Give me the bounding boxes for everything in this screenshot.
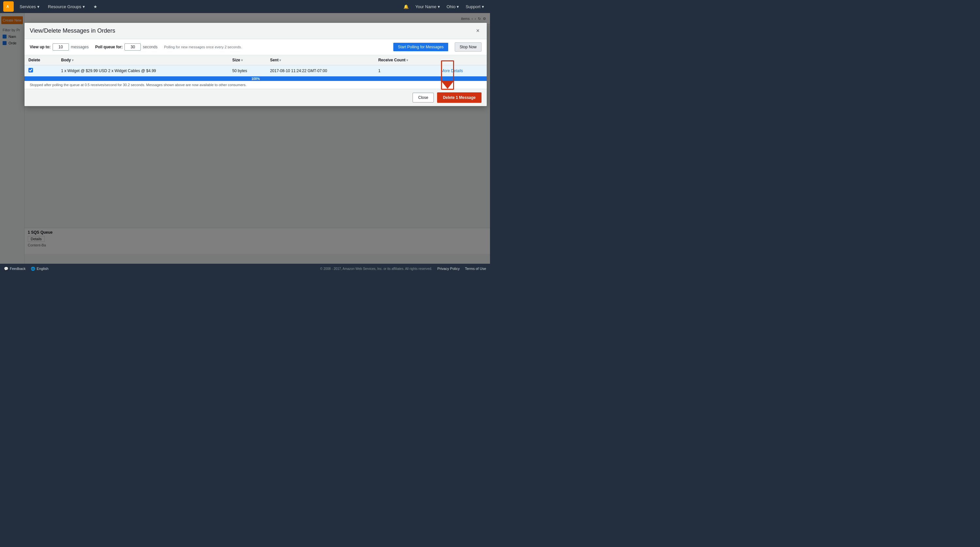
support-chevron-icon: ▾ <box>482 4 484 9</box>
top-nav: A Services ▾ Resource Groups ▾ ★ 🔔 Your … <box>0 0 490 13</box>
poll-queue-label: Poll queue for: <box>95 45 123 49</box>
col-receive-count[interactable]: Receive Count <box>374 55 437 65</box>
support-menu[interactable]: Support ▾ <box>463 3 487 10</box>
messages-table-container: Delete Body Size Sent Receive Count 1 x … <box>24 55 487 76</box>
favorites-nav[interactable]: ★ <box>91 3 100 10</box>
resource-groups-nav[interactable]: Resource Groups ▾ <box>45 3 88 10</box>
col-body[interactable]: Body <box>57 55 228 65</box>
modal-progress: 100% Stopped after polling the queue at … <box>24 76 487 89</box>
row-delete-cell <box>24 65 57 76</box>
row-body: 1 x Widget @ $29.99 USD 2 x Widget Cable… <box>57 65 228 76</box>
view-up-to-input[interactable] <box>52 43 69 51</box>
view-up-to-label: View up to: <box>30 45 51 49</box>
arrow-annotation <box>441 60 454 90</box>
resource-groups-chevron-icon: ▾ <box>83 4 85 9</box>
poll-queue-input[interactable] <box>124 43 141 51</box>
table-header-row: Delete Body Size Sent Receive Count <box>24 55 487 65</box>
privacy-policy-link[interactable]: Privacy Policy <box>438 266 460 271</box>
services-nav[interactable]: Services ▾ <box>17 3 42 10</box>
modal-footer: Close Delete 1 Message <box>24 89 487 106</box>
modal-dialog: View/Delete Messages in Orders × View up… <box>24 23 487 106</box>
user-menu[interactable]: Your Name ▾ <box>412 3 442 10</box>
copyright-text: © 2008 - 2017, Amazon Web Services, Inc.… <box>320 267 432 271</box>
progress-bar-container: 100% <box>24 76 487 81</box>
star-icon: ★ <box>94 4 97 9</box>
stop-now-button[interactable]: Stop Now <box>455 43 482 52</box>
modal-close-button[interactable]: × <box>474 27 482 35</box>
modal-title: View/Delete Messages in Orders <box>30 27 115 34</box>
arrow-box <box>441 60 454 90</box>
row-checkbox[interactable] <box>29 68 33 73</box>
terms-of-use-link[interactable]: Terms of Use <box>465 266 486 271</box>
progress-label: 100% <box>251 77 260 81</box>
user-chevron-icon: ▾ <box>438 4 440 9</box>
feedback-button[interactable]: 💬 Feedback <box>4 266 25 271</box>
footer-right: © 2008 - 2017, Amazon Web Services, Inc.… <box>320 266 486 271</box>
arrow-down-icon <box>441 81 454 89</box>
row-receive-count: 1 <box>374 65 437 76</box>
view-up-to-group: View up to: messages <box>30 43 89 51</box>
col-delete: Delete <box>24 55 57 65</box>
start-polling-button[interactable]: Start Polling for Messages <box>393 43 448 51</box>
services-chevron-icon: ▾ <box>37 4 40 9</box>
region-menu[interactable]: Ohio ▾ <box>444 3 461 10</box>
feedback-icon: 💬 <box>4 266 8 271</box>
poll-queue-unit: seconds <box>143 45 158 49</box>
messages-table: Delete Body Size Sent Receive Count 1 x … <box>24 55 487 76</box>
polling-info: Stopped after polling the queue at 0.5 r… <box>24 81 487 89</box>
delete-message-button[interactable]: Delete 1 Message <box>437 92 482 103</box>
view-up-to-unit: messages <box>71 45 89 49</box>
poll-queue-group: Poll queue for: seconds <box>95 43 158 51</box>
main-content: Create New Filter by Pr Nam Orde items ‹… <box>0 13 490 264</box>
notifications-button[interactable]: 🔔 <box>401 3 411 10</box>
col-sent[interactable]: Sent <box>266 55 374 65</box>
region-chevron-icon: ▾ <box>457 4 459 9</box>
table-row: 1 x Widget @ $29.99 USD 2 x Widget Cable… <box>24 65 487 76</box>
close-button[interactable]: Close <box>412 93 434 103</box>
row-sent: 2017-08-10 11:24:22 GMT-07:00 <box>266 65 374 76</box>
aws-logo: A <box>3 1 14 12</box>
svg-text:A: A <box>6 5 9 8</box>
modal-header: View/Delete Messages in Orders × <box>24 23 487 39</box>
bottom-bar: 💬 Feedback 🌐 English © 2008 - 2017, Amaz… <box>0 264 490 274</box>
bell-icon: 🔔 <box>403 4 409 9</box>
polling-status: Polling for new messages once every 2 se… <box>164 45 387 49</box>
row-size: 50 bytes <box>228 65 266 76</box>
col-size[interactable]: Size <box>228 55 266 65</box>
language-icon: 🌐 <box>31 266 35 271</box>
language-selector[interactable]: 🌐 English <box>31 266 48 271</box>
modal-controls: View up to: messages Poll queue for: sec… <box>24 39 487 55</box>
